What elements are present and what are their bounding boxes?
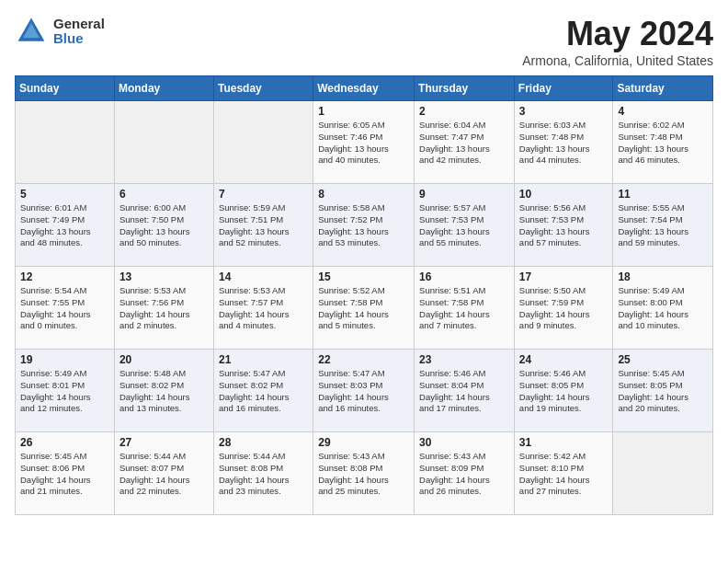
day-number: 29 [318,436,409,449]
calendar-body: 1Sunrise: 6:05 AM Sunset: 7:46 PM Daylig… [16,101,713,515]
calendar-cell [213,101,313,184]
calendar-cell: 3Sunrise: 6:03 AM Sunset: 7:48 PM Daylig… [514,101,613,184]
day-number: 19 [20,353,109,366]
title-block: May 2024 Armona, California, United Stat… [522,15,713,68]
logo-blue-label: Blue [53,31,105,47]
calendar-cell: 14Sunrise: 5:53 AM Sunset: 7:57 PM Dayli… [213,267,313,350]
day-number: 18 [618,270,708,283]
day-info: Sunrise: 5:47 AM Sunset: 8:02 PM Dayligh… [219,368,308,415]
day-number: 13 [119,270,209,283]
day-number: 5 [20,188,109,201]
page-header: General Blue May 2024 Armona, California… [15,15,713,68]
day-info: Sunrise: 5:49 AM Sunset: 8:01 PM Dayligh… [20,368,109,415]
day-info: Sunrise: 6:05 AM Sunset: 7:46 PM Dayligh… [318,120,409,167]
day-info: Sunrise: 5:43 AM Sunset: 8:08 PM Dayligh… [318,451,409,498]
day-number: 28 [219,436,308,449]
day-number: 27 [119,436,209,449]
day-info: Sunrise: 5:53 AM Sunset: 7:57 PM Dayligh… [219,285,308,332]
calendar-location: Armona, California, United States [522,53,713,68]
day-number: 2 [419,105,509,118]
day-info: Sunrise: 5:58 AM Sunset: 7:52 PM Dayligh… [318,202,409,249]
day-info: Sunrise: 5:54 AM Sunset: 7:55 PM Dayligh… [20,285,109,332]
calendar-cell: 15Sunrise: 5:52 AM Sunset: 7:58 PM Dayli… [313,267,415,350]
day-info: Sunrise: 5:42 AM Sunset: 8:10 PM Dayligh… [519,451,609,498]
calendar-cell: 27Sunrise: 5:44 AM Sunset: 8:07 PM Dayli… [114,432,213,515]
calendar-cell: 30Sunrise: 5:43 AM Sunset: 8:09 PM Dayli… [415,432,515,515]
day-info: Sunrise: 5:46 AM Sunset: 8:05 PM Dayligh… [519,368,609,415]
day-info: Sunrise: 6:00 AM Sunset: 7:50 PM Dayligh… [119,202,209,249]
day-number: 10 [519,188,609,201]
day-number: 20 [119,353,209,366]
header-day-wednesday: Wednesday [313,76,415,101]
calendar-cell: 7Sunrise: 5:59 AM Sunset: 7:51 PM Daylig… [213,184,313,267]
calendar-cell: 1Sunrise: 6:05 AM Sunset: 7:46 PM Daylig… [313,101,415,184]
calendar-cell: 24Sunrise: 5:46 AM Sunset: 8:05 PM Dayli… [514,350,613,432]
calendar-cell: 31Sunrise: 5:42 AM Sunset: 8:10 PM Dayli… [514,432,613,515]
day-info: Sunrise: 5:44 AM Sunset: 8:07 PM Dayligh… [119,451,209,498]
day-info: Sunrise: 5:48 AM Sunset: 8:02 PM Dayligh… [119,368,209,415]
logo-text: General Blue [53,17,105,47]
day-info: Sunrise: 5:57 AM Sunset: 7:53 PM Dayligh… [419,202,509,249]
logo-general-label: General [53,17,105,32]
day-info: Sunrise: 5:43 AM Sunset: 8:09 PM Dayligh… [419,451,509,498]
header-day-tuesday: Tuesday [213,76,313,101]
calendar-cell: 8Sunrise: 5:58 AM Sunset: 7:52 PM Daylig… [313,184,415,267]
day-info: Sunrise: 6:04 AM Sunset: 7:47 PM Dayligh… [419,120,509,167]
calendar-week-3: 19Sunrise: 5:49 AM Sunset: 8:01 PM Dayli… [16,350,713,432]
logo: General Blue [15,15,105,48]
day-info: Sunrise: 6:03 AM Sunset: 7:48 PM Dayligh… [519,120,609,167]
day-number: 23 [419,353,509,366]
day-info: Sunrise: 6:02 AM Sunset: 7:48 PM Dayligh… [618,120,708,167]
day-info: Sunrise: 5:45 AM Sunset: 8:06 PM Dayligh… [20,451,109,498]
day-number: 3 [519,105,609,118]
calendar-cell: 22Sunrise: 5:47 AM Sunset: 8:03 PM Dayli… [313,350,415,432]
day-number: 31 [519,436,609,449]
day-number: 12 [20,270,109,283]
calendar-cell [613,432,713,515]
calendar-cell: 29Sunrise: 5:43 AM Sunset: 8:08 PM Dayli… [313,432,415,515]
day-number: 15 [318,270,409,283]
day-info: Sunrise: 5:44 AM Sunset: 8:08 PM Dayligh… [219,451,308,498]
header-day-thursday: Thursday [415,76,515,101]
day-info: Sunrise: 5:53 AM Sunset: 7:56 PM Dayligh… [119,285,209,332]
calendar-cell: 2Sunrise: 6:04 AM Sunset: 7:47 PM Daylig… [415,101,515,184]
day-number: 16 [419,270,509,283]
header-day-sunday: Sunday [16,76,115,101]
calendar-cell: 21Sunrise: 5:47 AM Sunset: 8:02 PM Dayli… [213,350,313,432]
calendar-cell: 4Sunrise: 6:02 AM Sunset: 7:48 PM Daylig… [613,101,713,184]
calendar-cell: 10Sunrise: 5:56 AM Sunset: 7:53 PM Dayli… [514,184,613,267]
calendar-table: SundayMondayTuesdayWednesdayThursdayFrid… [15,75,713,515]
calendar-week-0: 1Sunrise: 6:05 AM Sunset: 7:46 PM Daylig… [16,101,713,184]
calendar-cell [114,101,213,184]
calendar-title: May 2024 [522,15,713,53]
day-info: Sunrise: 5:46 AM Sunset: 8:04 PM Dayligh… [419,368,509,415]
calendar-cell: 19Sunrise: 5:49 AM Sunset: 8:01 PM Dayli… [16,350,115,432]
calendar-cell: 17Sunrise: 5:50 AM Sunset: 7:59 PM Dayli… [514,267,613,350]
calendar-cell: 16Sunrise: 5:51 AM Sunset: 7:58 PM Dayli… [415,267,515,350]
day-number: 14 [219,270,308,283]
header-day-saturday: Saturday [613,76,713,101]
day-number: 30 [419,436,509,449]
calendar-week-1: 5Sunrise: 6:01 AM Sunset: 7:49 PM Daylig… [16,184,713,267]
calendar-cell: 12Sunrise: 5:54 AM Sunset: 7:55 PM Dayli… [16,267,115,350]
day-info: Sunrise: 5:52 AM Sunset: 7:58 PM Dayligh… [318,285,409,332]
day-number: 7 [219,188,308,201]
day-number: 6 [119,188,209,201]
day-number: 17 [519,270,609,283]
day-number: 24 [519,353,609,366]
day-number: 9 [419,188,509,201]
header-day-friday: Friday [514,76,613,101]
calendar-cell: 28Sunrise: 5:44 AM Sunset: 8:08 PM Dayli… [213,432,313,515]
calendar-cell: 13Sunrise: 5:53 AM Sunset: 7:56 PM Dayli… [114,267,213,350]
calendar-cell: 23Sunrise: 5:46 AM Sunset: 8:04 PM Dayli… [415,350,515,432]
calendar-header: SundayMondayTuesdayWednesdayThursdayFrid… [16,76,713,101]
day-info: Sunrise: 5:47 AM Sunset: 8:03 PM Dayligh… [318,368,409,415]
calendar-cell: 11Sunrise: 5:55 AM Sunset: 7:54 PM Dayli… [613,184,713,267]
day-number: 8 [318,188,409,201]
calendar-cell: 5Sunrise: 6:01 AM Sunset: 7:49 PM Daylig… [16,184,115,267]
calendar-week-4: 26Sunrise: 5:45 AM Sunset: 8:06 PM Dayli… [16,432,713,515]
calendar-cell [16,101,115,184]
day-number: 26 [20,436,109,449]
day-number: 11 [618,188,708,201]
day-number: 25 [618,353,708,366]
